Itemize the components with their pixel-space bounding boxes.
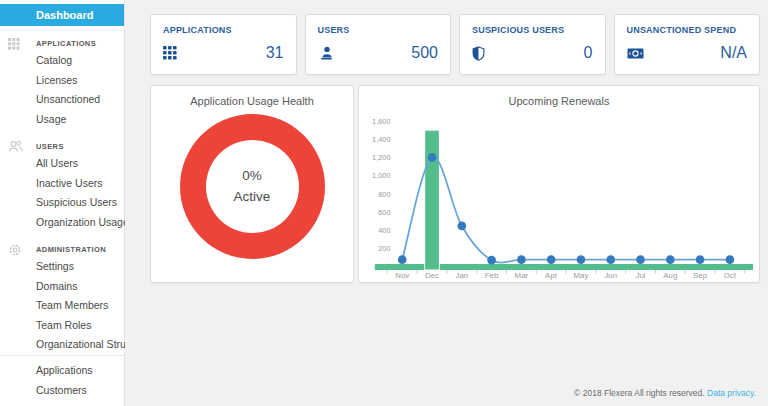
money-icon bbox=[627, 45, 645, 61]
stat-label: USERS bbox=[318, 25, 439, 35]
charts-row: Application Usage Health 0% Active Upcom… bbox=[150, 85, 760, 283]
stat-card-suspicious-users[interactable]: SUSPICIOUS USERS 0 bbox=[459, 14, 606, 75]
stat-card-users[interactable]: USERS 500 bbox=[305, 14, 452, 75]
usage-health-card: Application Usage Health 0% Active bbox=[150, 85, 354, 283]
stat-value: 31 bbox=[266, 44, 284, 62]
sidebar-item-all-users[interactable]: All Users bbox=[0, 154, 124, 174]
stat-label: UNSANCTIONED SPEND bbox=[627, 25, 748, 35]
sidebar-item-usage[interactable]: Usage bbox=[0, 110, 124, 130]
sidebar-item-domains[interactable]: Domains bbox=[0, 277, 124, 297]
upcoming-renewals-title: Upcoming Renewals bbox=[365, 86, 753, 107]
upcoming-renewals-chart: 02004006008001,0001,2001,4001,600NovDecJ… bbox=[365, 109, 753, 281]
sidebar-sections: APPLICATIONSCatalogLicensesUnsanctionedU… bbox=[0, 26, 124, 355]
sidebar-item-inactive-users[interactable]: Inactive Users bbox=[0, 174, 124, 194]
svg-text:400: 400 bbox=[378, 226, 390, 235]
stat-label: SUSPICIOUS USERS bbox=[472, 25, 593, 35]
sidebar-item-settings[interactable]: Settings bbox=[0, 257, 124, 277]
svg-text:1,400: 1,400 bbox=[372, 135, 390, 144]
stat-card-applications[interactable]: APPLICATIONS 31 bbox=[150, 14, 297, 75]
svg-text:Feb: Feb bbox=[485, 271, 499, 280]
svg-text:600: 600 bbox=[378, 208, 390, 217]
sidebar-item-unsanctioned[interactable]: Unsanctioned bbox=[0, 90, 124, 110]
stat-value: N/A bbox=[720, 44, 747, 62]
users-icon bbox=[318, 45, 336, 61]
stat-card-unsanctioned-spend[interactable]: UNSANCTIONED SPEND N/A bbox=[614, 14, 761, 75]
svg-text:Jun: Jun bbox=[604, 271, 617, 280]
sidebar-item-applications[interactable]: Applications bbox=[0, 360, 124, 380]
svg-text:Aug: Aug bbox=[663, 271, 677, 280]
svg-text:Nov: Nov bbox=[395, 271, 409, 280]
sidebar-item-dashboard[interactable]: Dashboard bbox=[0, 4, 124, 26]
stat-value: 500 bbox=[411, 44, 438, 62]
sidebar: Dashboard APPLICATIONSCatalogLicensesUns… bbox=[0, 0, 125, 406]
shield-icon bbox=[472, 45, 490, 61]
grid-icon bbox=[8, 36, 23, 51]
sidebar-item-catalog[interactable]: Catalog bbox=[0, 51, 124, 71]
sidebar-item-team-members[interactable]: Team Members bbox=[0, 296, 124, 316]
sidebar-section-users: USERS bbox=[0, 139, 124, 154]
app-window: Dashboard APPLICATIONSCatalogLicensesUns… bbox=[0, 0, 768, 406]
data-privacy-link[interactable]: Data privacy. bbox=[707, 388, 756, 398]
sidebar-divider bbox=[0, 355, 124, 356]
stat-label: APPLICATIONS bbox=[163, 25, 284, 35]
upcoming-renewals-card: Upcoming Renewals 02004006008001,0001,20… bbox=[358, 85, 760, 283]
sidebar-item-customers[interactable]: Customers bbox=[0, 380, 124, 400]
svg-text:Jan: Jan bbox=[455, 271, 468, 280]
svg-text:Jul: Jul bbox=[636, 271, 646, 280]
main-content: APPLICATIONS 31 USERS 500 SUSPICIOUS USE… bbox=[125, 0, 768, 406]
svg-text:200: 200 bbox=[378, 244, 390, 253]
sidebar-bottom: ApplicationsCustomers bbox=[0, 360, 124, 400]
sidebar-item-organizational-structure[interactable]: Organizational Structure bbox=[0, 335, 124, 355]
svg-text:800: 800 bbox=[378, 190, 390, 199]
svg-text:1,600: 1,600 bbox=[372, 117, 390, 126]
stat-value: 0 bbox=[584, 44, 593, 62]
stats-row: APPLICATIONS 31 USERS 500 SUSPICIOUS USE… bbox=[150, 14, 760, 75]
svg-text:Apr: Apr bbox=[545, 271, 558, 280]
sidebar-section-applications: APPLICATIONS bbox=[0, 36, 124, 51]
footer: © 2018 Flexera All rights reserved. Data… bbox=[574, 388, 756, 398]
gear-icon bbox=[8, 242, 23, 257]
usage-donut-center: 0% Active bbox=[206, 140, 299, 233]
svg-text:1,200: 1,200 bbox=[372, 153, 390, 162]
usage-percent-label: 0% bbox=[242, 166, 262, 186]
sidebar-item-team-roles[interactable]: Team Roles bbox=[0, 316, 124, 336]
svg-text:Mar: Mar bbox=[515, 271, 529, 280]
users-icon bbox=[8, 139, 23, 154]
svg-text:May: May bbox=[574, 271, 589, 280]
svg-text:Oct: Oct bbox=[724, 271, 737, 280]
grid-icon bbox=[163, 45, 181, 61]
usage-donut-ring: 0% Active bbox=[180, 114, 325, 259]
sidebar-section-administration: ADMINISTRATION bbox=[0, 242, 124, 257]
usage-active-label: Active bbox=[234, 187, 271, 207]
svg-text:Dec: Dec bbox=[425, 271, 439, 280]
copyright-text: © 2018 Flexera All rights reserved. bbox=[574, 388, 705, 398]
sidebar-item-licenses[interactable]: Licenses bbox=[0, 71, 124, 91]
usage-health-title: Application Usage Health bbox=[151, 86, 353, 107]
sidebar-item-organization-usage[interactable]: Organization Usage bbox=[0, 213, 124, 233]
svg-text:Sep: Sep bbox=[693, 271, 708, 280]
sidebar-item-suspicious-users[interactable]: Suspicious Users bbox=[0, 193, 124, 213]
svg-text:1,000: 1,000 bbox=[372, 171, 390, 180]
